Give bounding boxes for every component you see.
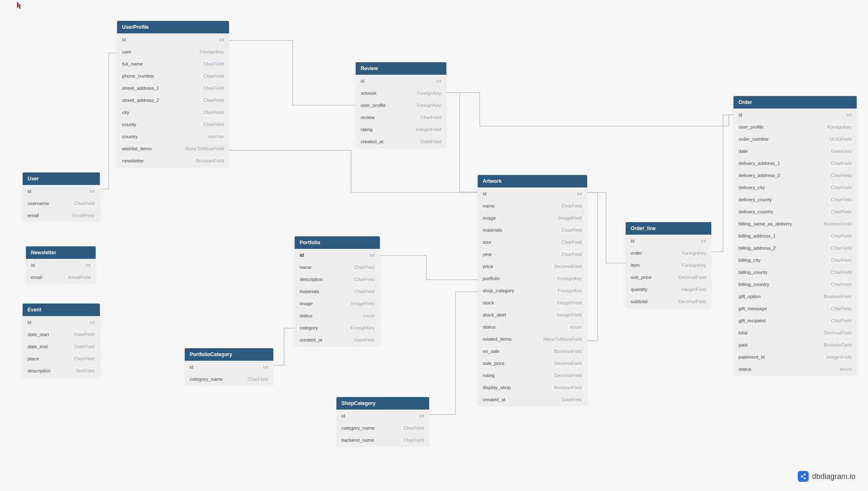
table-row[interactable]: portfolioForeignKey	[478, 272, 587, 284]
table-row[interactable]: priceDecimalField	[478, 260, 587, 272]
table-row[interactable]: billing_countryCharField	[733, 278, 857, 290]
table-row[interactable]: idint	[626, 235, 711, 247]
table-row[interactable]: phone_numberCharField	[117, 70, 229, 82]
table-row[interactable]: created_atDateField	[478, 393, 587, 405]
table-shopcategory[interactable]: ShopCategoryidintcategory_nameCharFieldb…	[336, 397, 429, 446]
table-row[interactable]: cityCharField	[117, 106, 229, 118]
table-portfoliocategory[interactable]: PortfolioCategoryidintcategory_nameCharF…	[185, 348, 273, 385]
table-row[interactable]: unit_priceDecimalField	[626, 271, 711, 283]
table-row[interactable]: category_nameCharField	[185, 373, 273, 385]
table-row[interactable]: materialsCharField	[478, 224, 587, 236]
table-row[interactable]: delivery_address_2CharField	[733, 169, 857, 181]
table-row[interactable]: emailEmailField	[23, 209, 100, 221]
table-row[interactable]: statusenum	[478, 321, 587, 333]
table-artwork[interactable]: ArtworkidintnameCharFieldimageImageField…	[478, 175, 587, 405]
table-row[interactable]: countryvarchar	[117, 130, 229, 142]
table-row[interactable]: itemForeignKey	[626, 259, 711, 271]
table-header[interactable]: Artwork	[478, 175, 587, 187]
table-row[interactable]: sale_priceDecimalField	[478, 357, 587, 369]
table-row[interactable]: billing_same_as_deliveryBooleanField	[733, 218, 857, 230]
table-row[interactable]: created_atDateField	[356, 135, 446, 147]
table-row[interactable]: nameCharField	[295, 261, 380, 273]
table-row[interactable]: materialsCharField	[295, 285, 380, 297]
table-header[interactable]: Order	[733, 96, 857, 109]
table-newsletter[interactable]: NewsletteridintemailEmailField	[26, 246, 96, 283]
table-portfolio[interactable]: PortfolioidIntnameCharFielddescriptionCh…	[295, 236, 380, 346]
table-header[interactable]: Review	[356, 62, 446, 75]
table-row[interactable]: paiement_idIntegerField	[733, 351, 857, 363]
table-row[interactable]: idInt	[295, 249, 380, 261]
table-row[interactable]: idint	[23, 185, 100, 197]
table-row[interactable]: billing_address_1CharField	[733, 230, 857, 242]
table-row[interactable]: statusenum	[733, 363, 857, 375]
table-row[interactable]: newsletterBooleanField	[117, 154, 229, 167]
table-header[interactable]: Portfolio	[295, 236, 380, 249]
table-row[interactable]: imageImageField	[295, 297, 380, 309]
table-row[interactable]: street_address_1CharField	[117, 82, 229, 94]
table-userprofile[interactable]: UserProfileidintuserForeignKeyfull_nameC…	[117, 21, 229, 167]
table-row[interactable]: idint	[185, 361, 273, 373]
table-orderline[interactable]: Order_lineidintorderForeignKeyitemForeig…	[626, 222, 711, 307]
table-row[interactable]: user_profileForeignKey	[733, 121, 857, 133]
table-row[interactable]: full_nameCharField	[117, 58, 229, 70]
table-row[interactable]: quantityIntegerField	[626, 283, 711, 295]
table-row[interactable]: ratingDecimalField	[478, 369, 587, 381]
table-row[interactable]: descriptionCharField	[295, 273, 380, 285]
table-row[interactable]: delivery_countyCharField	[733, 193, 857, 205]
table-row[interactable]: idint	[336, 410, 429, 422]
table-row[interactable]: dateDateField	[733, 145, 857, 157]
table-row[interactable]: paidBooleanField	[733, 339, 857, 351]
table-header[interactable]: UserProfile	[117, 21, 229, 33]
table-row[interactable]: sizeCharField	[478, 236, 587, 248]
table-event[interactable]: Eventidintdate_startDateFielddate_endDat…	[23, 304, 100, 377]
table-row[interactable]: ratingIntegerField	[356, 123, 446, 135]
table-header[interactable]: ShopCategory	[336, 397, 429, 410]
table-row[interactable]: emailEmailField	[26, 271, 96, 283]
table-row[interactable]: totalDecimalField	[733, 326, 857, 339]
table-row[interactable]: on_saleBooleanField	[478, 345, 587, 357]
table-row[interactable]: statusenum	[295, 309, 380, 321]
table-row[interactable]: imageImageField	[478, 212, 587, 224]
table-row[interactable]: backend_nameCharField	[336, 434, 429, 446]
table-row[interactable]: delivery_countryCharField	[733, 205, 857, 218]
table-user[interactable]: UseridintusernameCharFieldemailEmailFiel…	[23, 172, 100, 221]
table-row[interactable]: created_atDateField	[295, 334, 380, 346]
table-review[interactable]: ReviewidintartworkForeignKeyuser_profile…	[356, 62, 446, 147]
table-row[interactable]: countyCharField	[117, 118, 229, 130]
table-row[interactable]: gift_recipientCharField	[733, 314, 857, 326]
table-row[interactable]: billing_address_2CharField	[733, 242, 857, 254]
table-row[interactable]: reviewCharField	[356, 111, 446, 123]
table-row[interactable]: orderForeignKey	[626, 247, 711, 259]
table-row[interactable]: descriptionTextField	[23, 364, 100, 377]
table-row[interactable]: category_nameCharField	[336, 422, 429, 434]
table-row[interactable]: placeCharField	[23, 352, 100, 364]
table-row[interactable]: related_itemsManyToManyField	[478, 333, 587, 345]
table-row[interactable]: categoryForeignKey	[295, 321, 380, 334]
table-row[interactable]: idint	[117, 33, 229, 46]
table-row[interactable]: artworkForeignKey	[356, 87, 446, 99]
table-header[interactable]: User	[23, 172, 100, 185]
table-row[interactable]: idint	[23, 316, 100, 328]
table-row[interactable]: gift_optionBooleanField	[733, 290, 857, 302]
table-row[interactable]: nameCharField	[478, 200, 587, 212]
table-row[interactable]: gift_messageCharField	[733, 302, 857, 314]
table-row[interactable]: shop_categoryForeignKey	[478, 284, 587, 296]
table-row[interactable]: idint	[26, 259, 96, 271]
table-header[interactable]: Newsletter	[26, 246, 96, 259]
table-row[interactable]: user_profileForeignKey	[356, 99, 446, 111]
table-row[interactable]: wishlist_itemsManyToManyField	[117, 142, 229, 154]
table-row[interactable]: stock_alertIntegerField	[478, 309, 587, 321]
table-row[interactable]: userForeignKey	[117, 46, 229, 58]
table-row[interactable]: order_numberUUIDField	[733, 133, 857, 145]
table-row[interactable]: idint	[478, 187, 587, 200]
table-header[interactable]: PortfolioCategory	[185, 348, 273, 361]
table-row[interactable]: subtotalDecimalField	[626, 295, 711, 307]
table-row[interactable]: idint	[356, 75, 446, 87]
table-row[interactable]: street_address_2CharField	[117, 94, 229, 106]
table-row[interactable]: billing_countyCharField	[733, 266, 857, 278]
table-header[interactable]: Order_line	[626, 222, 711, 235]
table-row[interactable]: idint	[733, 109, 857, 121]
table-header[interactable]: Event	[23, 304, 100, 316]
table-order[interactable]: Orderidintuser_profileForeignKeyorder_nu…	[733, 96, 857, 375]
table-row[interactable]: yearCharField	[478, 248, 587, 260]
